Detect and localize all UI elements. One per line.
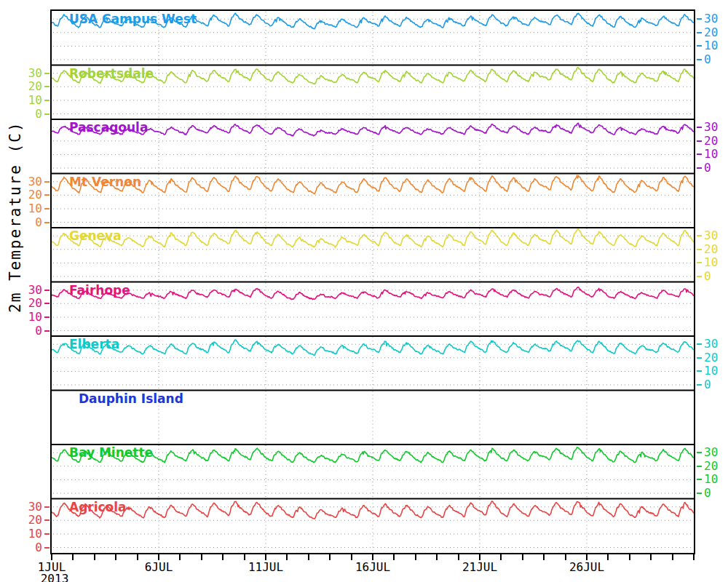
x-tick-mark	[500, 554, 502, 560]
y-tick-label: 30	[704, 121, 718, 133]
x-tick-mark	[51, 554, 52, 560]
y-tick-mark	[44, 100, 50, 101]
x-tick-mark	[351, 554, 352, 560]
plot-canvas	[52, 11, 694, 553]
x-tick-mark	[436, 554, 438, 560]
y-tick-label: 10	[16, 95, 42, 106]
x-tick-mark	[607, 554, 609, 560]
y-tick-label: 0	[704, 162, 711, 174]
x-tick-mark	[308, 554, 309, 560]
y-tick-label: 20	[16, 189, 42, 201]
y-tick-mark	[44, 547, 50, 549]
y-tick-label: 30	[16, 176, 42, 188]
y-tick-mark	[44, 290, 50, 291]
x-tick-mark	[393, 554, 395, 560]
y-tick-label: 30	[704, 447, 718, 458]
y-tick-label: 30	[16, 284, 42, 296]
y-tick-mark	[44, 73, 50, 74]
y-tick-label: 20	[704, 352, 718, 364]
y-tick-mark	[697, 127, 702, 128]
y-tick-label: 30	[16, 68, 42, 79]
station-label-agricola: Agricola	[69, 501, 127, 514]
x-tick-mark	[672, 554, 673, 560]
y-tick-mark	[44, 316, 50, 318]
station-label-geneva: Geneva	[69, 230, 122, 242]
x-tick-mark	[458, 554, 459, 560]
temperature-trace-elberta	[52, 340, 694, 355]
y-tick-label: 20	[704, 244, 718, 255]
y-tick-mark	[697, 452, 702, 453]
y-tick-mark	[697, 45, 702, 47]
y-tick-mark	[44, 506, 50, 508]
y-tick-label: 30	[704, 338, 718, 350]
y-tick-mark	[697, 262, 702, 263]
x-tick-label: 21JUL	[451, 562, 509, 573]
x-tick-mark	[693, 554, 695, 560]
y-tick-mark	[697, 154, 702, 155]
temperature-trace-geneva	[52, 229, 694, 247]
y-tick-mark	[697, 276, 702, 277]
y-tick-label: 30	[16, 501, 42, 513]
station-label-bay-minette: Bay Minette	[69, 447, 153, 459]
y-tick-label: 0	[16, 325, 42, 337]
y-tick-mark	[697, 235, 702, 236]
y-tick-label: 20	[704, 27, 718, 39]
y-tick-mark	[697, 384, 702, 386]
y-tick-mark	[44, 519, 50, 521]
x-tick-label: 11JUL	[237, 562, 295, 573]
y-tick-label: 20	[16, 298, 42, 309]
x-tick-mark	[372, 554, 373, 560]
x-tick-mark	[222, 554, 223, 560]
station-label-elberta: Elberta	[69, 338, 119, 351]
station-label-usa-campus-west: USA Campus West	[69, 13, 197, 25]
y-tick-mark	[697, 249, 702, 250]
y-tick-mark	[697, 140, 702, 142]
x-tick-mark	[201, 554, 202, 560]
x-tick-mark	[522, 554, 523, 560]
y-tick-mark	[697, 167, 702, 169]
y-tick-label: 20	[704, 461, 718, 472]
y-tick-label: 10	[16, 311, 42, 323]
y-tick-mark	[697, 493, 702, 494]
station-label-fairhope: Fairhope	[69, 284, 130, 297]
x-tick-mark	[179, 554, 181, 560]
y-tick-mark	[697, 32, 702, 33]
y-tick-mark	[44, 303, 50, 304]
y-tick-mark	[697, 18, 702, 20]
y-tick-label: 10	[704, 148, 718, 160]
x-tick-mark	[265, 554, 266, 560]
x-tick-mark	[244, 554, 245, 560]
y-tick-label: 20	[16, 514, 42, 526]
y-tick-mark	[44, 330, 50, 332]
station-label-dauphin-island: Dauphin Island	[79, 393, 183, 405]
plot-area: 2m Temperature (C)	[50, 9, 695, 554]
x-tick-label: 1JUL	[23, 562, 81, 573]
y-tick-mark	[44, 86, 50, 87]
y-tick-label: 20	[16, 81, 42, 92]
x-tick-mark	[565, 554, 566, 560]
y-tick-label: 0	[16, 108, 42, 120]
y-tick-mark	[44, 113, 50, 115]
y-tick-label: 10	[704, 40, 718, 52]
y-tick-label: 20	[704, 135, 718, 147]
y-tick-mark	[697, 466, 702, 467]
x-tick-mark	[286, 554, 288, 560]
y-tick-mark	[44, 222, 50, 223]
x-tick-mark	[543, 554, 545, 560]
x-tick-mark	[415, 554, 416, 560]
station-label-mt-vernon: Mt Vernon	[69, 176, 141, 188]
x-tick-mark	[137, 554, 138, 560]
y-tick-mark	[697, 370, 702, 372]
x-tick-mark	[650, 554, 652, 560]
y-tick-mark	[44, 194, 50, 196]
y-tick-label: 10	[704, 257, 718, 268]
y-tick-label: 10	[16, 203, 42, 215]
x-tick-mark	[94, 554, 95, 560]
y-tick-mark	[44, 533, 50, 535]
y-tick-mark	[697, 59, 702, 60]
x-tick-mark	[158, 554, 159, 560]
x-tick-label: 16JUL	[344, 562, 402, 573]
station-label-pascagoula: Pascagoula	[69, 121, 148, 134]
x-tick-mark	[115, 554, 116, 560]
y-tick-label: 30	[704, 13, 718, 25]
